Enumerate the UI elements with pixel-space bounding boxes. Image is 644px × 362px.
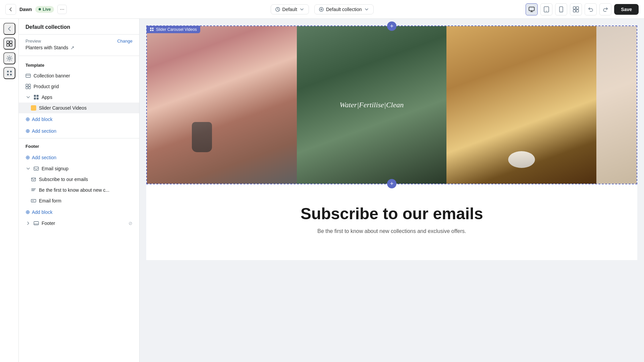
plus-above-icon: + bbox=[390, 23, 394, 30]
desktop-view-button[interactable] bbox=[526, 3, 538, 15]
collection-label: Default collection bbox=[326, 7, 362, 12]
slider-carousel-item[interactable]: Slider Carousel Videos bbox=[19, 103, 139, 113]
svg-point-15 bbox=[8, 57, 10, 59]
add-section-button[interactable]: ⊕ Add section bbox=[19, 125, 139, 137]
first-know-item[interactable]: Be the first to know about new c... bbox=[19, 185, 139, 195]
image-grid: Water|Fertilise|Clean bbox=[147, 26, 637, 184]
collection-banner-label: Collection banner bbox=[34, 73, 70, 78]
yellow-box-icon bbox=[31, 105, 36, 111]
tablet-view-button[interactable] bbox=[540, 3, 552, 15]
footer-label: Footer bbox=[19, 140, 139, 152]
image-card-2: Water|Fertilise|Clean bbox=[297, 26, 447, 184]
product-grid-item[interactable]: Product grid bbox=[19, 81, 139, 92]
back-button[interactable] bbox=[5, 4, 16, 15]
left-panel: Default collection Preview Change Plante… bbox=[19, 19, 140, 362]
svg-rect-8 bbox=[576, 7, 579, 9]
canvas-inner: Slider Carousel Videos + bbox=[140, 19, 644, 267]
change-link[interactable]: Change bbox=[117, 39, 132, 44]
topbar-right: Save bbox=[378, 3, 639, 15]
svg-rect-16 bbox=[7, 71, 9, 72]
svg-rect-33 bbox=[152, 28, 154, 29]
apps-item[interactable]: Apps bbox=[19, 92, 139, 103]
svg-point-4 bbox=[546, 11, 547, 11]
email-signup-item[interactable]: Email signup bbox=[19, 163, 139, 174]
topbar-center: Default Default collection bbox=[271, 4, 374, 14]
panel-header: Default collection bbox=[19, 19, 139, 35]
slider-carousel-label: Slider Carousel Videos bbox=[39, 105, 87, 111]
default-dropdown[interactable]: Default bbox=[271, 4, 309, 14]
sections-nav-icon[interactable] bbox=[3, 38, 15, 50]
first-know-label: Be the first to know about new c... bbox=[39, 187, 109, 193]
add-block-label: Add block bbox=[32, 117, 52, 122]
grid-view-button[interactable] bbox=[570, 3, 582, 15]
panel-title: Default collection bbox=[25, 24, 70, 30]
external-link-icon[interactable]: ↗ bbox=[70, 45, 74, 50]
svg-rect-27 bbox=[34, 98, 36, 100]
product-grid-label: Product grid bbox=[34, 84, 59, 89]
settings-nav-icon[interactable] bbox=[3, 52, 15, 64]
svg-rect-20 bbox=[26, 74, 31, 77]
footer-add-section-label: Add section bbox=[32, 155, 56, 160]
collection-banner-item[interactable]: Collection banner bbox=[19, 70, 139, 81]
svg-rect-21 bbox=[26, 84, 28, 86]
slider-section[interactable]: Slider Carousel Videos + bbox=[146, 25, 637, 184]
preview-row: Preview Change bbox=[19, 35, 139, 45]
svg-rect-18 bbox=[7, 74, 9, 75]
preview-label: Preview bbox=[25, 39, 41, 44]
mobile-view-button[interactable] bbox=[555, 3, 567, 15]
add-block-button[interactable]: ⊕ Add block bbox=[19, 113, 139, 125]
subscribe-section: Subscribe to our emails Be the first to … bbox=[146, 184, 637, 248]
redo-button[interactable] bbox=[599, 3, 611, 15]
topbar: Dawn Live ··· Default Default collection bbox=[0, 0, 644, 19]
subscribe-label: Subscribe to our emails bbox=[39, 177, 88, 182]
svg-rect-10 bbox=[576, 10, 579, 12]
email-form-item[interactable]: Email form bbox=[19, 195, 139, 206]
svg-rect-9 bbox=[573, 10, 576, 12]
subscribe-title: Subscribe to our emails bbox=[160, 204, 624, 223]
svg-rect-24 bbox=[29, 87, 31, 89]
svg-rect-34 bbox=[150, 30, 152, 31]
preview-frame: Slider Carousel Videos + bbox=[146, 25, 637, 260]
svg-rect-2 bbox=[529, 7, 534, 11]
svg-rect-28 bbox=[37, 98, 39, 100]
divider-2 bbox=[19, 138, 139, 138]
email-signup-label: Email signup bbox=[42, 166, 68, 171]
slider-carousel-canvas-label: Slider Carousel Videos bbox=[156, 27, 197, 32]
footer2-item[interactable]: Footer ⊘ bbox=[19, 218, 139, 229]
slide2-text: Water|Fertilise|Clean bbox=[340, 101, 404, 109]
svg-rect-19 bbox=[10, 74, 12, 75]
svg-rect-31 bbox=[34, 222, 39, 225]
preview-page-name: Planters with Stands bbox=[25, 45, 68, 50]
apps-nav-icon[interactable] bbox=[3, 67, 15, 79]
live-dot bbox=[39, 8, 41, 10]
add-below-button[interactable]: + bbox=[387, 179, 396, 188]
add-above-button[interactable]: + bbox=[387, 21, 396, 31]
add-block2-button[interactable]: ⊕ Add block bbox=[19, 206, 139, 218]
subscribe-emails-item[interactable]: Subscribe to our emails bbox=[19, 174, 139, 185]
footer-add-section-button[interactable]: ⊕ Add section bbox=[19, 152, 139, 163]
undo-button[interactable] bbox=[585, 3, 597, 15]
add-section-plus-icon: ⊕ bbox=[25, 128, 30, 134]
save-button[interactable]: Save bbox=[614, 4, 639, 15]
circle-plus-icon: ⊕ bbox=[25, 116, 30, 122]
main-layout: Default collection Preview Change Plante… bbox=[0, 19, 644, 362]
image-card-3 bbox=[446, 26, 596, 184]
svg-rect-22 bbox=[29, 84, 31, 86]
live-label: Live bbox=[43, 7, 51, 12]
back-nav-icon[interactable] bbox=[3, 23, 15, 35]
svg-rect-26 bbox=[37, 95, 39, 97]
image-card-1 bbox=[147, 26, 297, 184]
hidden-icon: ⊘ bbox=[128, 221, 132, 226]
svg-rect-14 bbox=[10, 44, 12, 46]
apps-label: Apps bbox=[42, 95, 52, 100]
svg-rect-32 bbox=[150, 28, 152, 29]
svg-rect-25 bbox=[34, 95, 36, 97]
topbar-left: Dawn Live ··· bbox=[5, 4, 267, 15]
more-button[interactable]: ··· bbox=[57, 5, 67, 14]
footer-add-plus-icon: ⊕ bbox=[25, 154, 30, 161]
collection-dropdown[interactable]: Default collection bbox=[314, 4, 374, 14]
canvas: Slider Carousel Videos + bbox=[140, 19, 644, 362]
svg-rect-7 bbox=[573, 7, 576, 9]
svg-rect-13 bbox=[7, 44, 9, 46]
svg-rect-29 bbox=[34, 167, 39, 170]
